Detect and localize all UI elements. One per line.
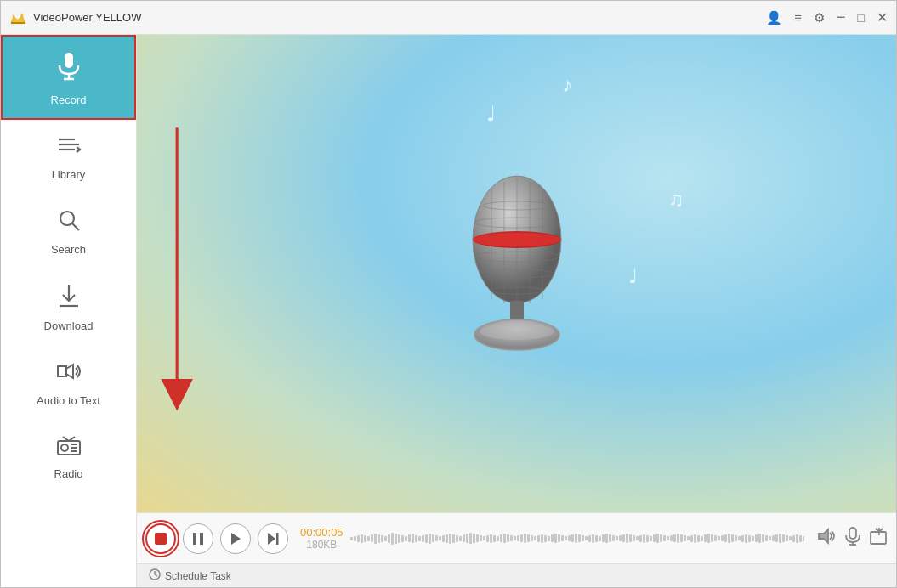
wave-segment <box>741 535 744 542</box>
wave-segment <box>531 535 533 541</box>
wave-segment <box>561 535 564 541</box>
svg-line-53 <box>155 574 157 576</box>
title-bar: VideoPower YELLOW 👤 ≡ ⚙ − □ ✕ <box>1 1 896 35</box>
sidebar-item-search[interactable]: Search <box>1 193 136 268</box>
time-display: 00:00:05 <box>300 526 343 539</box>
wave-segment <box>469 533 472 544</box>
sidebar-record-label: Record <box>51 93 87 106</box>
download-icon <box>57 283 81 314</box>
wave-segment <box>622 534 625 542</box>
sidebar-item-library[interactable]: Library <box>1 120 136 193</box>
wave-segment <box>653 534 656 542</box>
wave-segment <box>752 536 754 541</box>
wave-segment <box>551 534 554 542</box>
music-note-2: ♪ <box>562 73 572 97</box>
library-icon <box>56 135 82 163</box>
wave-segment <box>446 534 448 543</box>
wave-segment <box>799 535 802 542</box>
sidebar-item-radio[interactable]: Radio <box>1 419 136 492</box>
pause-button[interactable] <box>183 523 213 554</box>
wave-segment <box>418 536 421 541</box>
close-button[interactable]: ✕ <box>877 9 888 25</box>
wave-segment <box>772 535 775 541</box>
wave-segment <box>350 537 353 540</box>
wave-segment <box>605 534 608 543</box>
svg-point-35 <box>473 233 561 246</box>
wave-segment <box>656 534 659 543</box>
app-icon <box>9 9 26 26</box>
audio-to-text-icon <box>56 359 82 389</box>
wave-segment <box>401 535 404 542</box>
wave-segment <box>452 534 455 543</box>
sidebar-audio-to-text-label: Audio to Text <box>37 394 100 407</box>
sidebar-item-audio-to-text[interactable]: Audio to Text <box>1 344 136 419</box>
wave-segment <box>636 536 639 540</box>
play-button[interactable] <box>220 523 251 554</box>
stop-button[interactable] <box>145 523 176 554</box>
wave-segment <box>721 535 724 541</box>
background-area: ♩ ♪ ♫ ♩ <box>137 35 896 512</box>
sidebar: Record Library <box>1 35 137 587</box>
controls-bar: 00:00:05 180KB <box>137 512 896 563</box>
wave-segment <box>486 535 489 542</box>
next-button[interactable] <box>258 523 288 554</box>
svg-marker-45 <box>819 529 828 543</box>
export-icon[interactable] <box>869 527 888 550</box>
mic-settings-icon[interactable] <box>843 527 862 550</box>
gear-icon[interactable]: ⚙ <box>814 10 825 25</box>
sidebar-item-download[interactable]: Download <box>1 268 136 344</box>
wave-segment <box>463 534 465 542</box>
wave-segment <box>575 534 577 543</box>
wave-segment <box>680 534 683 542</box>
wave-segment <box>367 536 370 541</box>
wave-segment <box>520 534 523 542</box>
wave-segment <box>707 534 710 543</box>
wave-segment <box>796 534 798 543</box>
sidebar-search-label: Search <box>51 243 86 256</box>
wave-segment <box>422 535 424 542</box>
profile-icon[interactable]: 👤 <box>766 10 782 25</box>
wave-segment <box>745 534 747 543</box>
wave-segment <box>701 536 703 541</box>
wave-segment <box>612 535 615 541</box>
wave-segment <box>456 535 458 542</box>
wave-segment <box>677 534 679 543</box>
wave-segment <box>466 534 468 543</box>
wave-segment <box>684 535 686 541</box>
wave-segment <box>361 534 363 543</box>
right-panel: ♩ ♪ ♫ ♩ <box>137 35 896 587</box>
wave-segment <box>374 534 377 544</box>
wave-segment <box>728 534 730 543</box>
annotation-arrow <box>137 77 324 485</box>
clock-icon <box>149 568 161 583</box>
wave-segment <box>629 534 632 542</box>
wave-segment <box>388 534 390 543</box>
volume-icon[interactable] <box>818 528 837 549</box>
schedule-task-label[interactable]: Schedule Task <box>165 570 231 582</box>
maximize-button[interactable]: □ <box>858 11 865 25</box>
list-icon[interactable]: ≡ <box>794 10 802 25</box>
wave-segment <box>565 536 567 540</box>
wave-segment <box>405 536 407 541</box>
wave-segment <box>357 535 360 542</box>
svg-rect-5 <box>65 53 73 68</box>
wave-segment <box>435 535 438 541</box>
wave-segment <box>595 535 598 542</box>
svg-point-2 <box>21 13 24 15</box>
wave-segment <box>473 534 475 543</box>
wave-segment <box>364 535 366 542</box>
svg-rect-40 <box>193 533 196 545</box>
wave-segment <box>476 534 479 542</box>
wave-segment <box>503 534 506 543</box>
wave-segment <box>381 535 383 542</box>
wave-segment <box>786 535 788 541</box>
sidebar-item-record[interactable]: Record <box>1 35 136 120</box>
minimize-button[interactable]: − <box>837 8 846 26</box>
svg-point-11 <box>60 212 74 225</box>
wave-segment <box>775 534 778 542</box>
wave-segment <box>582 535 584 541</box>
app-window: VideoPower YELLOW 👤 ≡ ⚙ − □ ✕ <box>0 0 897 588</box>
wave-segment <box>789 536 792 540</box>
wave-segment <box>548 536 550 541</box>
wave-segment <box>395 534 397 544</box>
